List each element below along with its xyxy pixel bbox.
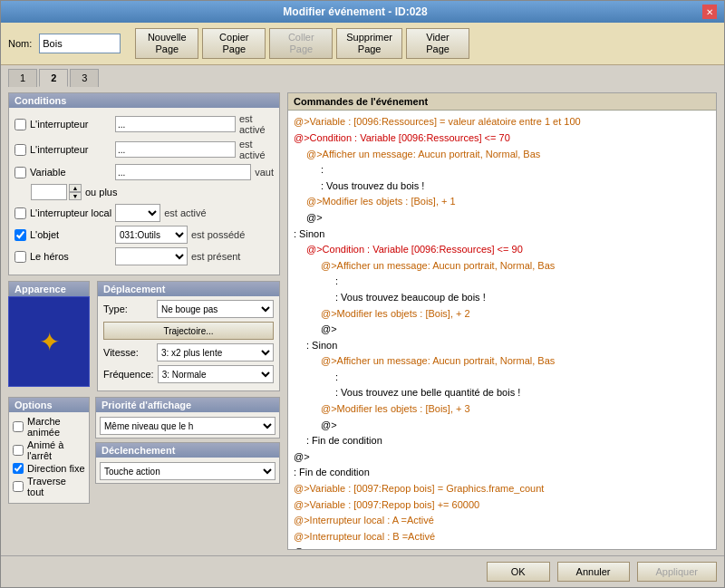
right-panel: Commandes de l'événement @>Variable : [0… bbox=[287, 92, 717, 550]
delete-page-button[interactable]: Supprimer Page bbox=[336, 28, 402, 59]
cond3-suffix: vaut bbox=[255, 167, 274, 178]
condition-row-3: Variable vaut bbox=[14, 164, 274, 180]
paste-page-button[interactable]: Coller Page bbox=[269, 28, 333, 59]
type-select[interactable]: Ne bouge pas bbox=[157, 300, 274, 318]
tab-2[interactable]: 2 bbox=[39, 69, 68, 87]
conditions-title: Conditions bbox=[9, 93, 279, 108]
ou-plus-label: ou plus bbox=[85, 187, 117, 198]
tab-3[interactable]: 3 bbox=[70, 69, 99, 87]
condition-row-6: Le héros est présent bbox=[14, 247, 274, 265]
movement-title: Déplacement bbox=[98, 282, 279, 296]
option-passthrough: Traverse tout bbox=[13, 476, 85, 497]
cond6-check[interactable] bbox=[14, 251, 26, 263]
speed-label: Vitesse: bbox=[103, 347, 153, 358]
cond4-label: L'interrupteur local bbox=[30, 207, 111, 218]
type-label: Type: bbox=[103, 304, 153, 314]
cond3-check[interactable] bbox=[14, 167, 26, 178]
spin-down[interactable]: ▼ bbox=[69, 192, 82, 200]
commands-list[interactable]: @>Variable : [0096:Ressources] = valeur … bbox=[288, 111, 716, 549]
name-input[interactable] bbox=[39, 34, 121, 53]
titlebar: Modifier événement - ID:028 ✕ bbox=[1, 1, 724, 23]
conditions-section: Conditions L'interrupteur est activé L'i… bbox=[8, 92, 280, 275]
condition-row-2: L'interrupteur est activé bbox=[14, 139, 274, 160]
cmd-16: @>Afficher un message: Aucun portrait, N… bbox=[292, 353, 712, 370]
cond1-input[interactable] bbox=[115, 116, 236, 132]
cmd-17: : bbox=[292, 370, 712, 386]
movement-content: Type: Ne bouge pas Trajectoire... Vitess… bbox=[98, 296, 279, 390]
cond1-suffix: est activé bbox=[239, 113, 274, 135]
spin-value[interactable] bbox=[31, 184, 67, 200]
cond1-check[interactable] bbox=[14, 119, 26, 130]
cond6-select[interactable] bbox=[115, 247, 188, 265]
trigger-select[interactable]: Touche action bbox=[100, 462, 276, 480]
cond2-input[interactable] bbox=[115, 141, 236, 158]
priority-select[interactable]: Même niveau que le h bbox=[100, 417, 276, 435]
cond3-label: Variable bbox=[30, 167, 111, 178]
close-button[interactable]: ✕ bbox=[702, 5, 717, 19]
animated-check[interactable] bbox=[13, 421, 24, 432]
commands-title: Commandes de l'événement bbox=[288, 93, 716, 111]
still-anim-check[interactable] bbox=[13, 445, 24, 456]
cmd-26: @>Interrupteur local : A =Activé bbox=[292, 513, 712, 529]
window-title: Modifier événement - ID:028 bbox=[8, 5, 702, 18]
cmd-2: @>Condition : Variable [0096:Ressources]… bbox=[292, 130, 712, 147]
cond4-select[interactable] bbox=[115, 204, 160, 222]
fixed-dir-label: Direction fixe bbox=[27, 463, 85, 474]
animated-label: Marche animée bbox=[27, 416, 85, 438]
cond4-suffix: est activé bbox=[164, 207, 206, 218]
cond4-check[interactable] bbox=[14, 207, 26, 219]
cmd-14: @> bbox=[292, 322, 712, 338]
cond1-label: L'interrupteur bbox=[30, 119, 111, 130]
cond5-check[interactable] bbox=[14, 229, 26, 241]
appearance-preview: ✦ bbox=[8, 296, 90, 387]
cmd-13: @>Modifier les objets : [Bois], + 2 bbox=[292, 306, 712, 323]
spin-arrows: ▲ ▼ bbox=[69, 184, 82, 200]
apply-button[interactable]: Appliquer bbox=[637, 562, 717, 582]
trajectory-button[interactable]: Trajectoire... bbox=[103, 322, 274, 340]
ok-button[interactable]: OK bbox=[487, 562, 550, 582]
freq-label: Fréquence: bbox=[103, 369, 154, 380]
option-still-anim: Animé à l'arrêt bbox=[13, 439, 85, 461]
cmd-27: @>Interrupteur local : B =Activé bbox=[292, 529, 712, 545]
cmd-22: @> bbox=[292, 449, 712, 466]
cancel-button[interactable]: Annuler bbox=[557, 562, 630, 582]
footer-bar: OK Annuler Appliquer bbox=[1, 555, 724, 587]
value-spinner: ▲ ▼ bbox=[31, 184, 82, 200]
tab-1[interactable]: 1 bbox=[8, 69, 37, 87]
cond2-check[interactable] bbox=[14, 144, 26, 156]
cmd-28: @> bbox=[292, 545, 712, 549]
bottom-options-row: Options Marche animée Animé à l'arrêt bbox=[8, 397, 280, 504]
passthrough-label: Traverse tout bbox=[27, 476, 85, 497]
priority-trigger-col: Priorité d'affichage Même niveau que le … bbox=[95, 397, 280, 504]
priority-section: Priorité d'affichage Même niveau que le … bbox=[95, 397, 280, 439]
conditions-content: L'interrupteur est activé L'interrupteur… bbox=[9, 108, 279, 275]
spin-up[interactable]: ▲ bbox=[69, 184, 82, 192]
trigger-content: Touche action bbox=[96, 458, 279, 483]
cmd-4: : bbox=[292, 162, 712, 178]
cond5-select[interactable]: 031:Outils bbox=[115, 226, 188, 244]
cond3-input[interactable] bbox=[115, 164, 251, 180]
cmd-12: : Vous trouvez beaucoup de bois ! bbox=[292, 290, 712, 306]
new-page-button[interactable]: Nouvelle Page bbox=[135, 28, 198, 59]
cmd-8: : Sinon bbox=[292, 227, 712, 243]
cmd-10: @>Afficher un message: Aucun portrait, N… bbox=[292, 258, 712, 275]
clear-page-button[interactable]: Vider Page bbox=[406, 28, 469, 59]
copy-page-button[interactable]: Copier Page bbox=[202, 28, 266, 59]
condition-row-4: L'interrupteur local est activé bbox=[14, 204, 274, 222]
cmd-25: @>Variable : [0097:Repop bois] += 60000 bbox=[292, 497, 712, 514]
speed-select[interactable]: 3: x2 plus lente bbox=[157, 343, 274, 361]
cond5-label: L'objet bbox=[30, 229, 111, 240]
passthrough-check[interactable] bbox=[13, 481, 24, 492]
options-content: Marche animée Animé à l'arrêt Direction … bbox=[9, 412, 89, 503]
cond5-suffix: est possédé bbox=[191, 229, 245, 240]
freq-select[interactable]: 3: Normale bbox=[158, 365, 274, 383]
fixed-dir-check[interactable] bbox=[13, 463, 24, 474]
condition-row-5: L'objet 031:Outils est possédé bbox=[14, 226, 274, 244]
cmd-23: : Fin de condition bbox=[292, 465, 712, 481]
name-label: Nom: bbox=[8, 38, 32, 49]
cmd-15: : Sinon bbox=[292, 338, 712, 354]
appearance-section: Apparence ✦ bbox=[8, 281, 90, 391]
option-fixed-dir: Direction fixe bbox=[13, 463, 85, 474]
condition-row-1: L'interrupteur est activé bbox=[14, 113, 274, 135]
cmd-21: : Fin de condition bbox=[292, 433, 712, 449]
